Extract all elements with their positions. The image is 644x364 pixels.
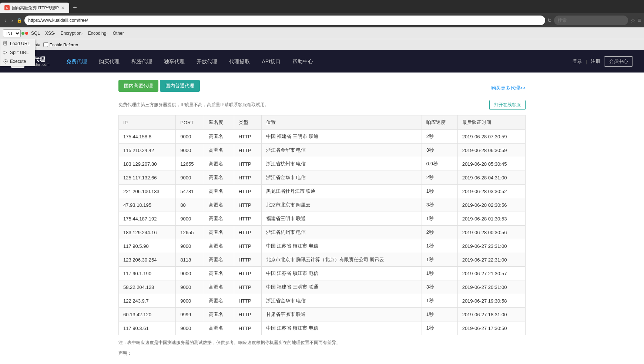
address-input[interactable]: [24, 16, 545, 25]
search-input[interactable]: [554, 16, 628, 25]
enable-referrer-label[interactable]: Enable Referrer: [43, 42, 78, 47]
table-row: 117.90.5.909000高匿名HTTP中国 江苏省 镇江市 电信1秒201…: [119, 239, 526, 253]
cell-location: 北京市北京市 阿里云: [261, 198, 422, 212]
cell-location: 中国 福建省 三明市 联通: [261, 130, 422, 144]
other-link[interactable]: Other: [111, 31, 126, 36]
encryption-link[interactable]: Encryption·: [58, 31, 85, 36]
xss-link[interactable]: XSS·: [43, 31, 57, 36]
cell-anon: 高匿名: [204, 239, 234, 253]
cell-anon: 高匿名: [204, 294, 234, 308]
cell-type: HTTP: [234, 239, 261, 253]
table-row: 115.210.24.429000高匿名HTTP浙江省金华市 电信3秒2019-…: [119, 144, 526, 157]
cell-ip: 115.210.24.42: [119, 144, 176, 157]
cell-port: 8118: [176, 253, 204, 267]
nav-link-extract[interactable]: 代理提取: [223, 50, 256, 73]
tab-domestic-normal[interactable]: 国内普通代理: [160, 80, 200, 92]
tab-domestic-high[interactable]: 国内高匿代理: [118, 80, 158, 92]
table-row: 125.117.132.669000高匿名HTTP浙江省金华市 电信2秒2019…: [119, 171, 526, 185]
cell-speed: 1秒: [422, 185, 457, 198]
cell-port: 9000: [176, 321, 204, 335]
tab-close-icon[interactable]: ✕: [61, 5, 65, 10]
encoding-link[interactable]: Encoding·: [85, 31, 110, 36]
cell-verified: 2019-06-27 18:31:00: [457, 308, 525, 321]
forward-button[interactable]: ›: [10, 17, 15, 24]
int-select[interactable]: INT: [3, 29, 21, 37]
cell-speed: 3秒: [422, 280, 457, 294]
new-tab-button[interactable]: +: [69, 4, 81, 12]
register-link[interactable]: 注册: [591, 58, 600, 65]
nav-links: 免费代理 购买代理 私密代理 独享代理 开放代理 代理提取 API接口 帮助中心: [60, 50, 572, 73]
cell-anon: 高匿名: [204, 130, 234, 144]
cell-type: HTTP: [234, 144, 261, 157]
lock-icon: 🔒: [17, 18, 22, 23]
member-center-button[interactable]: 会员中心: [604, 56, 633, 67]
cell-ip: 183.129.244.16: [119, 226, 176, 239]
nav-right: 登录 | 注册 会员中心: [573, 56, 633, 67]
file-icon: [3, 41, 8, 46]
cell-location: 浙江省金华市 电信: [261, 144, 422, 157]
sql-link[interactable]: SQL: [29, 31, 42, 36]
page-content: K 快代理 Kuaidaili.com 免费代理 购买代理 私密代理 独享代理 …: [0, 50, 644, 364]
nav-link-api[interactable]: API接口: [256, 50, 286, 73]
cell-location: 北京市北京市 腾讯云计算（北京）有限责任公司 腾讯云: [261, 253, 422, 267]
cell-verified: 2019-06-28 07:30:59: [457, 130, 525, 144]
bookmark-button[interactable]: ☆: [630, 17, 635, 24]
cell-location: 浙江省杭州市 电信: [261, 226, 422, 239]
enable-referrer-checkbox[interactable]: [43, 42, 48, 47]
nav-link-open[interactable]: 开放代理: [191, 50, 223, 73]
login-link[interactable]: 登录: [573, 58, 582, 65]
nav-link-buy[interactable]: 购买代理: [93, 50, 125, 73]
table-row: 175.44.187.1929000高匿名HTTP福建省三明市 联通1秒2019…: [119, 212, 526, 226]
table-row: 123.206.30.2548118高匿名HTTP北京市北京市 腾讯云计算（北京…: [119, 253, 526, 267]
buy-more-link[interactable]: 购买更多代理>>: [491, 85, 526, 91]
cell-anon: 高匿名: [204, 157, 234, 171]
svg-point-3: [4, 51, 5, 52]
cell-anon: 高匿名: [204, 226, 234, 239]
cell-ip: 183.129.207.80: [119, 157, 176, 171]
notice-row: 免费代理由第三方服务器提供，IP质量不高，高质量IP请联系客服领取试用。 打开在…: [118, 100, 526, 110]
th-speed: 响应速度: [422, 115, 457, 130]
table-row: 117.90.3.619000高匿名HTTP中国 江苏省 镇江市 电信1秒201…: [119, 321, 526, 335]
table-row: 122.243.9.79000高匿名HTTP浙江省金华市 电信1秒2019-06…: [119, 294, 526, 308]
execute-item[interactable]: Execute: [0, 57, 35, 66]
cell-speed: 3秒: [422, 144, 457, 157]
th-verified: 最后验证时间: [457, 115, 525, 130]
footer-note2: 声明：: [118, 350, 526, 357]
cell-ip: 47.93.18.195: [119, 198, 176, 212]
online-service-button[interactable]: 打开在线客服: [489, 100, 526, 110]
cell-speed: 1秒: [422, 253, 457, 267]
browser-menu-button[interactable]: ≡: [638, 17, 641, 24]
cell-port: 12655: [176, 226, 204, 239]
cell-type: HTTP: [234, 130, 261, 144]
nav-link-help[interactable]: 帮助中心: [286, 50, 319, 73]
nav-link-free[interactable]: 免费代理: [60, 50, 93, 73]
load-url-item[interactable]: Load URL: [0, 39, 35, 48]
cell-verified: 2019-06-27 19:30:58: [457, 294, 525, 308]
browser-tab[interactable]: K 国内高匿免费HTTP代理IP ✕: [0, 3, 69, 13]
table-row: 47.93.18.19580高匿名HTTP北京市北京市 阿里云3秒2019-06…: [119, 198, 526, 212]
cell-anon: 高匿名: [204, 308, 234, 321]
split-url-item[interactable]: Split URL: [0, 48, 35, 57]
back-button[interactable]: ‹: [3, 17, 8, 24]
cell-location: 浙江省杭州市 电信: [261, 157, 422, 171]
svg-line-6: [5, 53, 7, 54]
table-row: 60.13.42.1209999高匿名HTTP甘肃省平凉市 联通1秒2019-0…: [119, 308, 526, 321]
reload-button[interactable]: ↻: [547, 17, 552, 23]
cell-port: 9000: [176, 267, 204, 280]
cell-port: 9999: [176, 308, 204, 321]
cell-port: 12655: [176, 157, 204, 171]
nav-link-private[interactable]: 私密代理: [125, 50, 158, 73]
cell-speed: 3秒: [422, 198, 457, 212]
cell-speed: 2秒: [422, 226, 457, 239]
cell-anon: 高匿名: [204, 267, 234, 280]
svg-line-5: [5, 52, 7, 53]
table-row: 175.44.158.89000高匿名HTTP中国 福建省 三明市 联通2秒20…: [119, 130, 526, 144]
cell-type: HTTP: [234, 171, 261, 185]
cell-type: HTTP: [234, 157, 261, 171]
cell-ip: 60.13.42.120: [119, 308, 176, 321]
cell-location: 浙江省金华市 电信: [261, 294, 422, 308]
cell-type: HTTP: [234, 267, 261, 280]
cell-type: HTTP: [234, 294, 261, 308]
nav-link-exclusive[interactable]: 独享代理: [158, 50, 191, 73]
cell-verified: 2019-06-28 05:30:45: [457, 157, 525, 171]
